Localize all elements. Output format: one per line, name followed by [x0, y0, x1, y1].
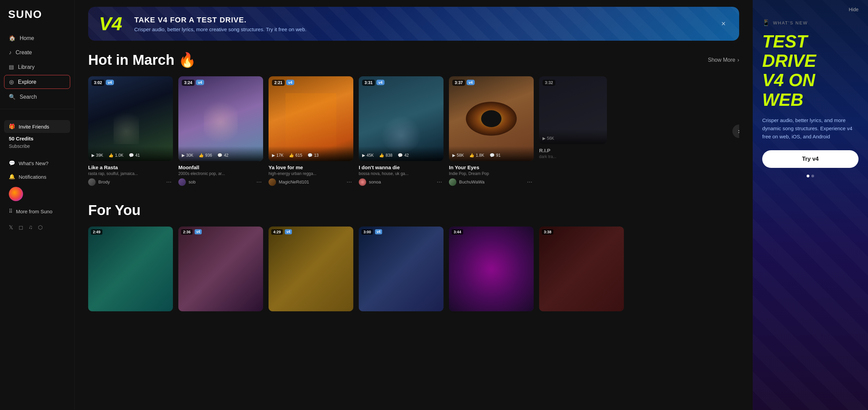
sidebar-footer: 💬 What's New? 🔔 Notifications — [0, 157, 74, 183]
hot-card-4[interactable]: 3:31 v4 ▶ 45K 👍 838 💬 42 — [359, 76, 443, 186]
social-links: 𝕏 ◻ ♫ ⬡ — [0, 220, 74, 235]
invite-friends-button[interactable]: 🎁 Invite Friends — [4, 120, 70, 133]
panel-title: TEST DRIVE V4 ON WEB — [762, 32, 859, 110]
app-logo: SUNO — [0, 8, 74, 32]
sidebar-item-create[interactable]: ♪ Create — [4, 46, 70, 59]
card-more-button[interactable]: ⋯ — [165, 178, 173, 186]
hot-card-3[interactable]: 2:21 v4 ▶ 17K 👍 615 💬 13 — [269, 76, 353, 186]
card-genre: rasta rap, soulful, jamaica... — [88, 171, 173, 176]
fy-duration-badge: 2:49 — [91, 229, 102, 235]
carousel-next-button[interactable]: › — [732, 124, 739, 138]
card-title: Ya love for me — [269, 164, 353, 170]
more-from-suno-item[interactable]: ⠿ More from Suno — [0, 205, 74, 217]
banner-close-button[interactable]: × — [718, 18, 728, 30]
discord-icon[interactable]: ⬡ — [38, 224, 43, 231]
author-avatar — [88, 178, 96, 186]
play-count: ▶ 17K — [272, 153, 283, 158]
fy-card-1[interactable]: 2:49 — [88, 227, 173, 311]
fy-thumb-2: 2:36 v4 — [178, 227, 263, 311]
version-badge: v4 — [106, 80, 114, 85]
comment-count: 💬 91 — [490, 153, 500, 158]
sidebar-item-label: Home — [20, 35, 34, 41]
home-icon: 🏠 — [9, 35, 16, 41]
play-count: ▶ 30K — [182, 153, 193, 158]
sidebar-item-home[interactable]: 🏠 Home — [4, 32, 70, 45]
avatar[interactable] — [9, 187, 23, 201]
hot-card-2[interactable]: 3:24 v4 ▶ 30K 👍 936 💬 42 — [178, 76, 263, 186]
fy-card-4[interactable]: 3:00 v4 — [359, 227, 443, 311]
fy-card-2[interactable]: 2:36 v4 — [178, 227, 263, 311]
author-name: BuchuWaWa — [459, 179, 523, 184]
like-count: 👍 936 — [199, 153, 212, 158]
card-thumb-2: 3:24 v4 ▶ 30K 👍 936 💬 42 — [178, 76, 263, 161]
author-name: MagicNeRd101 — [279, 179, 342, 184]
card-more-button[interactable]: ⋯ — [435, 178, 443, 186]
dot-2[interactable] — [811, 175, 814, 177]
card-author: MagicNeRd101 ⋯ — [269, 178, 353, 186]
hot-card-6[interactable]: 3:32 ▶ 56K R.I.P dark tra... — [539, 76, 607, 186]
hot-card-5[interactable]: 3:37 v4 ▶ 58K 👍 1.8K 💬 91 — [449, 76, 534, 186]
like-count: 👍 1.8K — [469, 153, 484, 158]
card-thumb-4: 3:31 v4 ▶ 45K 👍 838 💬 42 — [359, 76, 443, 161]
fy-thumb-3: 4:29 v4 — [269, 227, 353, 311]
hide-panel-button[interactable]: Hide — [762, 7, 859, 12]
for-you-section: For You 2:49 2:36 v4 4:29 v4 — [88, 202, 739, 311]
card-more-button[interactable]: ⋯ — [526, 178, 534, 186]
tiktok-icon[interactable]: ♫ — [28, 224, 33, 231]
author-avatar — [359, 178, 366, 186]
hot-card-1[interactable]: 3:02 v4 ▶ 39K 👍 1.0K 💬 41 — [88, 76, 173, 186]
carousel-dots — [762, 175, 859, 177]
card-genre: dark tra... — [539, 154, 607, 159]
card-title: Moonfall — [178, 164, 263, 170]
duration-badge: 3:32 — [542, 80, 555, 86]
card-action-overlay: ▶ 17K 👍 615 💬 13 — [269, 146, 353, 161]
card-more-button[interactable]: ⋯ — [345, 178, 353, 186]
dot-1[interactable] — [807, 175, 809, 177]
card-thumb-3: 2:21 v4 ▶ 17K 👍 615 💬 13 — [269, 76, 353, 161]
version-badge: v4 — [467, 80, 475, 85]
fy-duration-badge: 3:38 — [542, 229, 553, 235]
comment-count: 💬 41 — [129, 153, 140, 158]
sidebar-item-search[interactable]: 🔍 Search — [4, 90, 70, 103]
try-v4-button[interactable]: Try v4 — [762, 150, 859, 168]
banner-text: TAKE v4 FOR A TEST DRIVE. Crisper audio,… — [134, 16, 710, 32]
card-genre: 2000s electronic pop, ar... — [178, 171, 263, 176]
nav-items: 🏠 Home ♪ Create ▤ Library ◎ Explore 🔍 Se… — [0, 32, 74, 103]
more-from-suno-label: More from Suno — [16, 209, 53, 214]
instagram-icon[interactable]: ◻ — [19, 224, 23, 231]
duration-badge: 3:37 — [452, 80, 465, 86]
comment-icon: 💬 — [490, 153, 495, 158]
sidebar-item-library[interactable]: ▤ Library — [4, 60, 70, 74]
footer-item-label: What's New? — [19, 160, 48, 166]
show-more-button[interactable]: Show More › — [708, 57, 739, 63]
banner-title: TAKE v4 FOR A TEST DRIVE. — [134, 16, 710, 24]
card-title: Like a Rasta — [88, 164, 173, 170]
sidebar-item-notifications[interactable]: 🔔 Notifications — [4, 171, 70, 183]
subscribe-link[interactable]: Subscribe — [0, 143, 74, 154]
fy-duration-badge: 3:00 — [361, 229, 373, 235]
for-you-cards-row: 2:49 2:36 v4 4:29 v4 3:00 v4 — [88, 227, 739, 311]
duration-badge: 3:24 — [182, 80, 195, 86]
card-thumb-5: 3:37 v4 ▶ 58K 👍 1.8K 💬 91 — [449, 76, 534, 161]
twitter-icon[interactable]: 𝕏 — [9, 224, 13, 231]
fy-card-5[interactable]: 3:44 — [449, 227, 534, 311]
card-more-button[interactable]: ⋯ — [255, 178, 263, 186]
like-icon: 👍 — [108, 153, 114, 158]
duration-badge: 3:31 — [362, 80, 375, 86]
sidebar-item-label: Create — [16, 50, 32, 56]
gift-icon: 🎁 — [9, 123, 15, 130]
fy-version-badge: v4 — [375, 229, 382, 234]
fy-card-6[interactable]: 3:38 — [539, 227, 624, 311]
author-avatar — [269, 178, 276, 186]
hot-section-header: Hot in March 🔥 Show More › — [88, 52, 739, 68]
comment-icon: 💬 — [217, 153, 222, 158]
like-icon: 👍 — [289, 153, 294, 158]
play-icon: ▶ — [92, 153, 95, 158]
play-count: ▶ 56K — [542, 136, 554, 141]
sidebar-item-explore[interactable]: ◎ Explore — [4, 75, 70, 89]
sidebar-item-whats-new[interactable]: 💬 What's New? — [4, 157, 70, 169]
fy-card-3[interactable]: 4:29 v4 — [269, 227, 353, 311]
play-count: ▶ 39K — [92, 153, 103, 158]
sidebar: SUNO 🏠 Home ♪ Create ▤ Library ◎ Explore… — [0, 0, 75, 410]
play-icon: ▶ — [182, 153, 185, 158]
